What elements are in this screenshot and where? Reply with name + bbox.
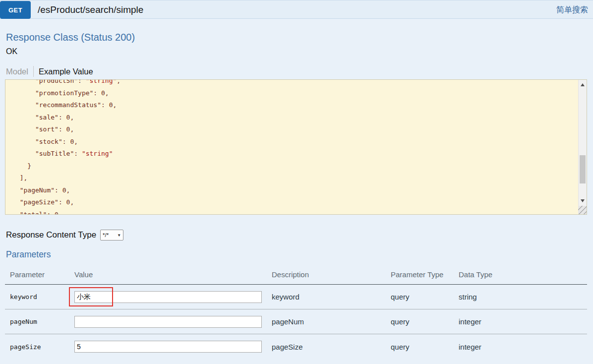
http-method-badge[interactable]: GET <box>0 1 31 19</box>
param-data-type: integer <box>459 317 587 326</box>
param-description: pageNum <box>272 317 391 326</box>
param-description: pageSize <box>272 343 391 351</box>
endpoint-summary: 简单搜索 <box>556 0 588 19</box>
endpoint-header[interactable]: GET /esProduct/search/simple 简单搜索 <box>0 0 593 19</box>
column-header-value: Value <box>74 270 272 279</box>
scroll-up-icon[interactable] <box>579 81 587 89</box>
table-row-pageNum: pageNum pageNum query integer <box>5 309 587 334</box>
parameters-table: Parameter Value Description Parameter Ty… <box>5 265 587 359</box>
content-type-selected-value: */* <box>103 232 109 238</box>
table-row-keyword: keyword keyword query string <box>5 285 587 309</box>
keyword-input[interactable] <box>74 291 262 303</box>
column-header-description: Description <box>272 270 391 279</box>
response-content-type-row: Response Content Type */* ▼ <box>6 230 123 241</box>
column-header-parameter-type: Parameter Type <box>391 270 459 279</box>
column-header-parameter: Parameter <box>10 270 74 279</box>
response-tabs: Model Example Value <box>6 66 93 77</box>
param-value-cell <box>74 291 272 303</box>
pageNum-input[interactable] <box>74 316 262 328</box>
param-type: query <box>391 293 459 301</box>
param-type: query <box>391 343 459 351</box>
param-name: pageSize <box>10 343 74 351</box>
param-description: keyword <box>272 293 391 301</box>
param-value-cell <box>74 341 272 353</box>
resize-grip-icon[interactable] <box>578 206 587 214</box>
parameters-title: Parameters <box>6 249 51 260</box>
endpoint-path[interactable]: /esProduct/search/simple <box>38 0 143 19</box>
table-row-pageSize: pageSize pageSize query integer <box>5 334 587 359</box>
response-status-text: OK <box>6 47 17 56</box>
parameters-table-header: Parameter Value Description Parameter Ty… <box>5 265 587 285</box>
scrollbar-thumb[interactable] <box>580 155 586 183</box>
example-json: "productSn": "string", "promotionType": … <box>5 80 578 214</box>
param-name: pageNum <box>10 318 74 325</box>
snippet-scrollbar[interactable] <box>578 80 587 206</box>
tab-model[interactable]: Model <box>6 67 33 76</box>
column-header-data-type: Data Type <box>459 270 587 279</box>
chevron-down-icon: ▼ <box>117 233 121 238</box>
param-type: query <box>391 317 459 326</box>
scroll-down-icon[interactable] <box>579 197 587 205</box>
pageSize-input[interactable] <box>74 341 262 353</box>
example-json-viewport[interactable]: "productSn": "string", "promotionType": … <box>5 80 578 214</box>
content-type-select[interactable]: */* ▼ <box>100 230 123 241</box>
param-value-cell <box>74 316 272 328</box>
example-value-snippet: "productSn": "string", "promotionType": … <box>5 79 587 215</box>
tab-example-value[interactable]: Example Value <box>34 67 93 76</box>
param-data-type: string <box>459 293 587 301</box>
param-name: keyword <box>10 293 74 301</box>
response-content-type-label: Response Content Type <box>6 230 96 240</box>
param-data-type: integer <box>459 343 587 351</box>
response-class-title: Response Class (Status 200) <box>6 32 135 43</box>
